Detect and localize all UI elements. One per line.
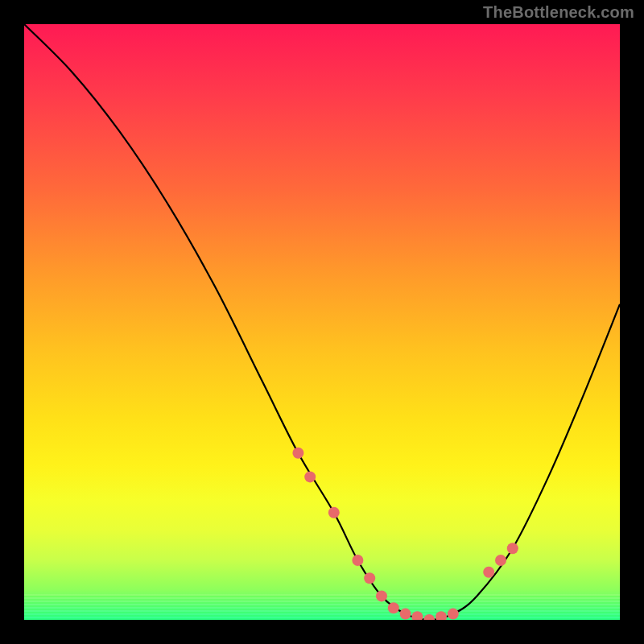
- bottleneck-curve-path: [24, 24, 620, 620]
- highlight-dot: [304, 471, 316, 482]
- highlight-dot: [292, 448, 303, 459]
- highlight-dot: [352, 555, 363, 566]
- highlight-dots-group: [292, 448, 518, 620]
- highlight-dot: [436, 611, 447, 620]
- plot-area: [24, 24, 620, 620]
- highlight-dot: [364, 572, 375, 584]
- attribution-text: TheBottleneck.com: [483, 3, 634, 22]
- highlight-dot: [495, 555, 506, 566]
- highlight-dot: [423, 614, 435, 620]
- highlight-dot: [507, 543, 518, 554]
- highlight-dot: [483, 567, 494, 578]
- highlight-dot: [388, 602, 399, 613]
- highlight-dot: [376, 590, 387, 601]
- highlight-dot: [328, 507, 340, 518]
- highlight-dot: [448, 609, 459, 620]
- highlight-dot: [411, 611, 423, 620]
- highlight-dot: [400, 609, 411, 620]
- chart-stage: TheBottleneck.com: [0, 0, 644, 644]
- curve-svg: [24, 24, 620, 620]
